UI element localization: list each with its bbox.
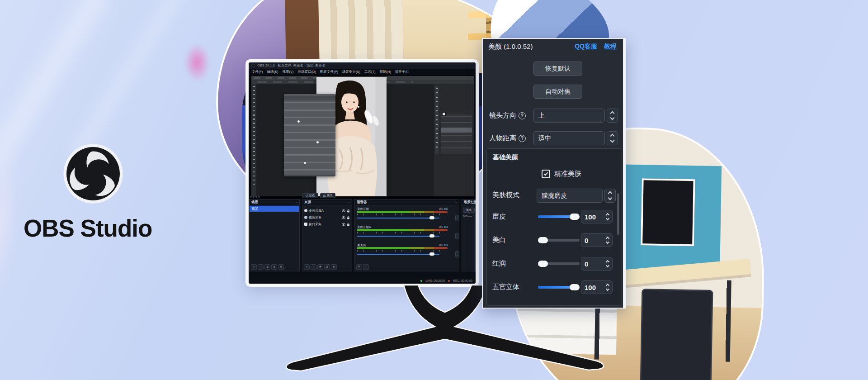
- visibility-eye-icon[interactable]: [342, 216, 345, 219]
- autofocus-button[interactable]: 自动对焦: [533, 85, 582, 99]
- precise-skin-checkbox[interactable]: [542, 170, 550, 178]
- scene-up-button[interactable]: ∧: [271, 264, 277, 270]
- channel-options-button[interactable]: ⋮: [455, 215, 459, 221]
- menu-file[interactable]: 文件(F): [252, 70, 263, 74]
- subject-distance-stepper[interactable]: [607, 131, 618, 145]
- transition-select[interactable]: 淡出: [463, 208, 475, 213]
- preview-filters-button[interactable]: ↺ 滤镜: [302, 193, 318, 198]
- brand-title: OBS Studio: [24, 214, 177, 242]
- slider-handle[interactable]: [538, 237, 548, 243]
- mixer-pen-button[interactable]: ✎: [356, 264, 362, 270]
- source-properties-button[interactable]: ✳: [317, 264, 323, 270]
- chevron-down-icon: [606, 217, 609, 220]
- mixer-channel: 桌面音频A0.0 dB ⋮: [357, 225, 448, 238]
- skin-mode-stepper[interactable]: [604, 189, 616, 203]
- volume-slider-handle[interactable]: [429, 252, 434, 256]
- menu-tools[interactable]: 工具(T): [364, 70, 376, 74]
- qq-support-link[interactable]: QQ客服: [575, 43, 597, 51]
- facial-3d-slider[interactable]: [538, 286, 580, 289]
- menu-view[interactable]: 视图(V): [283, 70, 294, 74]
- precise-skin-row[interactable]: 精准美肤: [542, 170, 581, 178]
- transitions-dock: 场景过渡 淡出 300 ms: [462, 199, 476, 271]
- menu-plugin-center[interactable]: 插件中心: [395, 70, 409, 74]
- smoothing-value-stepper[interactable]: 100: [581, 210, 613, 223]
- subject-distance-row: 人物距离? 适中: [483, 131, 623, 146]
- slider-handle[interactable]: [538, 261, 548, 267]
- obs-menubar: 文件(F) 编辑(E) 视图(V) 泊坞窗口(D) 配置文件(P) 场景集合(S…: [249, 69, 476, 75]
- volume-meter: [357, 247, 448, 249]
- video-source-icon: [304, 216, 307, 219]
- source-down-button[interactable]: ∨: [331, 264, 337, 270]
- lens-direction-stepper[interactable]: [607, 109, 618, 123]
- channel-options-button[interactable]: ⋮: [455, 251, 459, 257]
- volume-slider[interactable]: ⋮: [357, 234, 448, 238]
- whitening-slider-row: 美白 0: [487, 234, 621, 247]
- remove-source-button[interactable]: −: [311, 264, 316, 270]
- mixer-alert-button[interactable]: !: [363, 264, 369, 270]
- transitions-dock-title: 场景过渡: [464, 200, 476, 204]
- add-scene-button[interactable]: ＋: [251, 264, 257, 270]
- slider-dot: [316, 141, 319, 143]
- visibility-eye-icon[interactable]: [342, 223, 345, 226]
- volume-slider-handle[interactable]: [429, 234, 434, 238]
- dock-menu-icon[interactable]: ≡: [296, 201, 297, 204]
- slider-handle[interactable]: [570, 284, 580, 290]
- whitening-value-stepper[interactable]: 0: [581, 233, 613, 247]
- menu-profile[interactable]: 配置文件(P): [320, 70, 338, 74]
- slider-dot: [297, 120, 300, 123]
- whitening-slider[interactable]: [538, 239, 580, 242]
- mixer-dock: 混音器≡ 桌面音频0.0 dB ⋮ 桌面音频A0.0 dB: [354, 199, 459, 271]
- menu-scene-collection[interactable]: 场景集合(S): [342, 70, 360, 74]
- source-up-button[interactable]: ∧: [324, 264, 330, 270]
- dock-menu-icon[interactable]: ≡: [455, 201, 457, 204]
- help-icon[interactable]: ?: [519, 112, 526, 119]
- skin-mode-select[interactable]: 朦胧磨皮: [537, 189, 603, 203]
- section-scrollbar[interactable]: [617, 193, 619, 235]
- rosy-value-stepper[interactable]: 0: [581, 257, 613, 271]
- filters-icon: ↺: [306, 194, 308, 198]
- facial-3d-value-stepper[interactable]: 100: [581, 280, 613, 294]
- lock-icon[interactable]: [347, 216, 350, 219]
- restore-defaults-button[interactable]: 恢复默认: [533, 62, 582, 76]
- dock-menu-icon[interactable]: ≡: [348, 201, 350, 204]
- window-source-icon: [304, 223, 307, 226]
- visibility-eye-icon[interactable]: [342, 209, 345, 213]
- photo-studio-monitor: [641, 178, 695, 246]
- add-source-button[interactable]: ＋: [304, 264, 310, 270]
- source-row[interactable]: 窗口采集: [302, 221, 352, 227]
- source-row[interactable]: 桌面音频A: [302, 208, 352, 214]
- remove-scene-button[interactable]: −: [258, 264, 264, 270]
- chevron-up-icon: [608, 191, 613, 196]
- subject-distance-select[interactable]: 适中: [533, 131, 605, 145]
- editing-app-selected-layer: [441, 128, 472, 133]
- chevron-down-icon: [606, 240, 609, 244]
- volume-slider[interactable]: ⋮: [357, 252, 448, 256]
- rec-status-icon: [448, 280, 450, 282]
- menu-edit[interactable]: 编辑(E): [267, 70, 278, 74]
- smoothing-slider[interactable]: [538, 215, 580, 218]
- help-icon[interactable]: ?: [519, 135, 526, 142]
- volume-slider[interactable]: ⋮: [357, 216, 448, 219]
- skin-mode-row: 美肤模式 朦胧磨皮: [487, 189, 621, 203]
- rosy-slider[interactable]: [538, 262, 580, 265]
- rosy-slider-row: 红润 0: [487, 257, 621, 271]
- scene-list-item[interactable]: 场景: [250, 206, 299, 212]
- mixer-dock-title: 混音器: [357, 200, 367, 204]
- obs-preview: ↺ 滤镜 ▤ 属性: [249, 75, 476, 199]
- lock-icon[interactable]: [347, 223, 350, 226]
- source-row[interactable]: 视频采集: [302, 214, 352, 220]
- menu-docks[interactable]: 泊坞窗口(D): [298, 70, 316, 74]
- chevron-up-icon: [610, 134, 615, 138]
- slider-handle[interactable]: [570, 214, 580, 220]
- volume-slider-handle[interactable]: [429, 216, 434, 219]
- transition-duration: 300 ms: [463, 215, 472, 218]
- scene-down-button[interactable]: ∨: [278, 264, 284, 270]
- lock-icon[interactable]: [347, 209, 350, 213]
- tutorial-link[interactable]: 教程: [604, 43, 617, 51]
- channel-options-button[interactable]: ⋮: [455, 233, 459, 239]
- scene-filters-button[interactable]: ≡: [264, 264, 270, 270]
- menu-help[interactable]: 帮助(H): [380, 70, 391, 74]
- live-status-icon: [420, 280, 422, 282]
- lens-direction-select[interactable]: 上: [533, 109, 605, 123]
- preview-properties-button[interactable]: ▤ 属性: [320, 193, 335, 198]
